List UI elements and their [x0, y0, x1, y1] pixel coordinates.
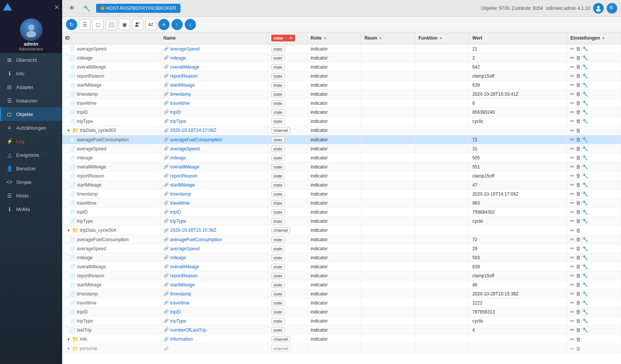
host-button[interactable]: HOST-RASPBERRYPIIOBROKER	[96, 4, 180, 13]
role-dropdown-arrow[interactable]: ▼	[323, 36, 327, 40]
table-row[interactable]: 📄 startMileage 🔗 startMileage state indi…	[62, 180, 621, 190]
table-row[interactable]: 📄 traveltime 🔗 traveltime state indicato…	[62, 99, 621, 108]
table-row[interactable]: ▼ 📁 personal 🔗 channel ✏ 🗑	[62, 344, 621, 353]
edit-icon[interactable]: ✏	[570, 91, 574, 97]
delete-icon[interactable]: 🗑	[576, 164, 581, 170]
edit-icon[interactable]: ✏	[570, 246, 574, 251]
edit-icon[interactable]: ✏	[570, 146, 574, 151]
settings-icon[interactable]: 🔧	[582, 46, 588, 52]
edit-icon[interactable]: ✏	[570, 318, 574, 324]
edit-icon[interactable]: ✏	[570, 109, 574, 115]
table-row[interactable]: 📄 timestamp 🔗 timestamp state indicator …	[62, 289, 621, 298]
settings-icon[interactable]: 🔧	[582, 173, 588, 179]
delete-icon[interactable]: 🗑	[576, 146, 581, 151]
state-filter-clear[interactable]: ✕	[289, 35, 293, 41]
edit-icon[interactable]: ✏	[570, 273, 574, 278]
sidebar-item-hosts[interactable]: ☰ Hosts	[0, 189, 62, 202]
edit-icon[interactable]: ✏	[570, 327, 574, 333]
table-row[interactable]: 📄 timestamp 🔗 timestamp state indicator …	[62, 190, 621, 199]
delete-icon[interactable]: 🗑	[576, 64, 581, 70]
edit-icon[interactable]: ✏	[570, 300, 574, 306]
settings-icon[interactable]: 🔧	[582, 109, 588, 115]
edit-icon[interactable]: ✏	[570, 282, 574, 288]
edit-icon[interactable]: ✏	[570, 218, 574, 224]
settings-icon[interactable]: 🔧	[582, 118, 588, 124]
wrench-icon[interactable]: 🔧	[81, 2, 93, 14]
delete-icon[interactable]: 🗑	[576, 173, 581, 179]
edit-icon[interactable]: ✏	[570, 55, 574, 61]
add-button[interactable]: +	[158, 19, 170, 30]
edit-icon[interactable]: ✏	[570, 264, 574, 269]
table-row[interactable]: 📄 reportReason 🔗 reportReason state indi…	[62, 72, 621, 81]
table-row[interactable]: ▼ 📁 tripData_cycle003 🔗 2020-10-18T14:17…	[62, 126, 621, 135]
table-row[interactable]: 📄 averageSpeed 🔗 averageSpeed state indi…	[62, 44, 621, 54]
sidebar-item-ereignisse[interactable]: △ Ereignisse	[0, 148, 62, 162]
edit-icon[interactable]: ✏	[570, 100, 574, 106]
settings-icon[interactable]: 🔧	[582, 137, 588, 142]
edit-icon[interactable]: ✏	[570, 128, 574, 133]
delete-icon[interactable]: 🗑	[576, 82, 581, 88]
table-row[interactable]: 📄 reportReason 🔗 reportReason state indi…	[62, 171, 621, 180]
edit-icon[interactable]: ✏	[570, 164, 574, 170]
settings-icon[interactable]: 🔧	[582, 237, 588, 242]
sidebar-item-uebersicht[interactable]: ⊞ Übersicht	[0, 53, 62, 67]
delete-icon[interactable]: 🗑	[576, 291, 581, 297]
objects-table-container[interactable]: ID Name state ▼ ✕	[62, 32, 621, 364]
edit-icon[interactable]: ✏	[570, 191, 574, 197]
download-button[interactable]: ↓	[185, 19, 196, 30]
grid-view-button[interactable]: ⬜	[106, 19, 117, 30]
expand-icon[interactable]: ▼	[67, 337, 70, 341]
delete-icon[interactable]: 🗑	[576, 73, 581, 79]
settings-icon[interactable]: 🔧	[582, 191, 588, 197]
expand-icon[interactable]: ▼	[67, 228, 70, 232]
sidebar-item-instanzen[interactable]: ☰ Instanzen	[0, 94, 62, 107]
settings-icon[interactable]: 🔧	[582, 282, 588, 288]
table-row[interactable]: 📄 overallMileage 🔗 overallMileage state …	[62, 262, 621, 271]
settings-icon[interactable]: 🔧	[582, 264, 588, 269]
expand-icon[interactable]: ▼	[67, 128, 70, 133]
sidebar-item-moma[interactable]: ℹ MoMa	[0, 202, 62, 216]
table-row[interactable]: ▼ 📁 info 🔗 Information channel indicator…	[62, 335, 621, 344]
table-row[interactable]: 📄 traveltime 🔗 traveltime state indicato…	[62, 298, 621, 307]
delete-icon[interactable]: 🗑	[576, 336, 581, 342]
edit-icon[interactable]: ✏	[570, 309, 574, 315]
delete-icon[interactable]: 🗑	[576, 46, 581, 52]
edit-icon[interactable]: ✏	[570, 209, 574, 215]
table-row[interactable]: 📄 averageSpeed 🔗 averageSpeed state indi…	[62, 144, 621, 153]
settings-icon[interactable]: 🔧	[582, 273, 588, 278]
col-header-funktion[interactable]: Funktion ▼	[415, 32, 469, 44]
table-row[interactable]: 📄 overallMileage 🔗 overallMileage state …	[62, 63, 621, 72]
table-row[interactable]: 📄 lastTrip 🔗 numberOfLastTrip state indi…	[62, 326, 621, 335]
table-row[interactable]: 📄 tripID 🔗 tripID state indicator 856393…	[62, 108, 621, 117]
einstellungen-dropdown-arrow[interactable]: ▼	[601, 36, 605, 40]
delete-icon[interactable]: 🗑	[576, 91, 581, 97]
table-row[interactable]: 📄 mileage 🔗 mileage state indicator 593 …	[62, 253, 621, 262]
table-row[interactable]: 📄 timestamp 🔗 timestamp state indicator …	[62, 90, 621, 99]
upload-button[interactable]: ↑	[171, 19, 183, 30]
settings-icon[interactable]: 🔧	[582, 64, 588, 70]
table-row[interactable]: 📄 averageFuelConsumption 🔗 averageFuelCo…	[62, 135, 621, 144]
table-row[interactable]: 📄 averageSpeed 🔗 averageSpeed state indi…	[62, 244, 621, 253]
edit-icon[interactable]: ✏	[570, 137, 574, 142]
delete-icon[interactable]: 🗑	[576, 282, 581, 288]
sidebar-item-skripte[interactable]: <> Skripte	[0, 175, 62, 189]
table-row[interactable]: 📄 tripType 🔗 tripType state indicator cy…	[62, 317, 621, 326]
expand-icon[interactable]: ▼	[67, 347, 70, 351]
col-header-einstellungen[interactable]: Einstellungen ▼	[567, 32, 621, 44]
delete-icon[interactable]: 🗑	[576, 309, 581, 315]
settings-icon[interactable]: 🔧	[582, 291, 588, 297]
edit-icon[interactable]: ✏	[570, 64, 574, 70]
col-header-raum[interactable]: Raum ▼	[361, 32, 415, 44]
delete-icon[interactable]: 🗑	[576, 128, 581, 133]
sidebar-item-adapter[interactable]: ⊟ Adapter	[0, 80, 62, 94]
edit-icon[interactable]: ✏	[570, 200, 574, 206]
delete-icon[interactable]: 🗑	[576, 109, 581, 115]
user-filter-button[interactable]	[132, 19, 143, 30]
settings-icon[interactable]: 🔧	[582, 200, 588, 206]
edit-icon[interactable]: ✏	[570, 255, 574, 260]
settings-icon[interactable]: 🔧	[582, 164, 588, 170]
table-row[interactable]: 📄 startMileage 🔗 startMileage state indi…	[62, 81, 621, 90]
delete-icon[interactable]: 🗑	[576, 209, 581, 215]
settings-icon[interactable]: 🔧	[582, 182, 588, 188]
edit-icon[interactable]: ✏	[570, 82, 574, 88]
